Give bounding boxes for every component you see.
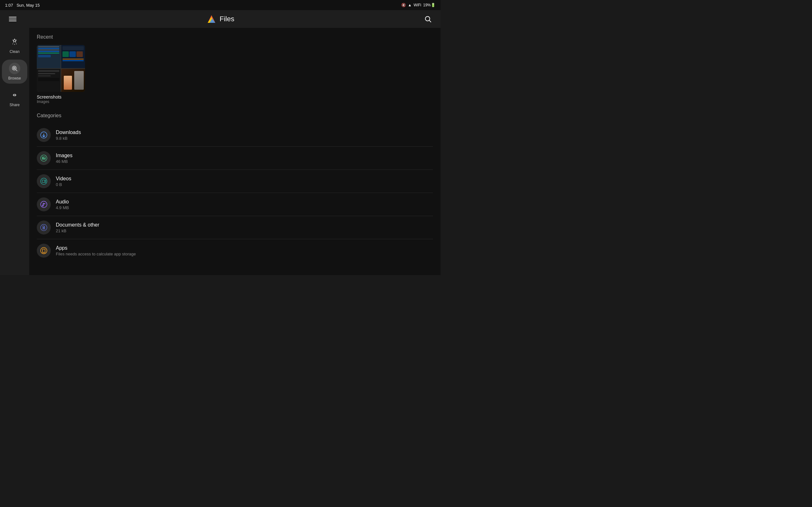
svg-rect-0 [9, 17, 16, 17]
svg-point-15 [41, 178, 47, 184]
sidebar: Clean Browse Share [0, 28, 29, 275]
svg-rect-9 [13, 67, 15, 69]
videos-size: 0 B [56, 182, 433, 187]
status-time-date: 1:07 Sun, May 15 [5, 3, 40, 8]
documents-name: Documents & other [56, 222, 433, 228]
thumb-4 [61, 69, 85, 92]
screenshots-thumbnail [37, 45, 85, 92]
wifi-signal-icon: WiFi [414, 3, 421, 7]
sidebar-item-clean[interactable]: Clean [2, 33, 27, 57]
thumb-1 [37, 45, 61, 68]
videos-info: Videos 0 B [56, 176, 433, 187]
clean-label: Clean [9, 49, 19, 54]
status-time: 1:07 [5, 3, 13, 8]
downloads-info: Downloads 9.8 kB [56, 130, 433, 141]
battery-value: 19% [423, 3, 431, 7]
videos-icon [37, 174, 51, 188]
apps-size: Files needs access to calculate app stor… [56, 251, 433, 257]
recent-screenshots[interactable]: Screenshots Images [37, 45, 85, 104]
screenshots-name: Screenshots [37, 95, 85, 100]
app-bar-center: Files [206, 14, 234, 24]
battery-icon: 19% 🔋 [423, 3, 436, 7]
battery-symbol: 🔋 [431, 3, 436, 7]
main-layout: Clean Browse Share [0, 28, 441, 275]
svg-rect-16 [42, 180, 45, 182]
category-audio[interactable]: Audio 4.9 MB [37, 193, 433, 216]
downloads-icon [37, 128, 51, 142]
status-icons: 🔇 ▲ WiFi 19% 🔋 [401, 3, 436, 7]
recent-section-title: Recent [37, 34, 433, 40]
downloads-name: Downloads [56, 130, 433, 135]
apps-info: Apps Files needs access to calculate app… [56, 245, 433, 257]
svg-rect-1 [9, 19, 16, 19]
clean-icon [9, 36, 20, 48]
hamburger-button[interactable] [6, 13, 19, 25]
category-videos[interactable]: Videos 0 B [37, 170, 433, 193]
content-area: Recent [29, 28, 441, 275]
category-downloads[interactable]: Downloads 9.8 kB [37, 124, 433, 147]
apps-icon [37, 244, 51, 258]
screenshots-type: Images [37, 100, 85, 104]
svg-line-7 [429, 20, 432, 22]
images-name: Images [56, 153, 433, 158]
svg-point-6 [425, 16, 430, 21]
recent-grid: Screenshots Images [37, 45, 433, 104]
category-apps[interactable]: Apps Files needs access to calculate app… [37, 239, 433, 262]
documents-icon [37, 221, 51, 234]
documents-size: 21 kB [56, 228, 433, 233]
status-date: Sun, May 15 [16, 3, 40, 8]
svg-line-10 [16, 70, 17, 71]
apps-name: Apps [56, 245, 433, 251]
audio-size: 4.9 MB [56, 205, 433, 210]
sidebar-item-browse[interactable]: Browse [2, 60, 27, 83]
documents-info: Documents & other 21 kB [56, 222, 433, 233]
svg-rect-2 [9, 20, 16, 21]
svg-point-12 [41, 155, 47, 161]
status-bar: 1:07 Sun, May 15 🔇 ▲ WiFi 19% 🔋 [0, 0, 441, 10]
browse-label: Browse [8, 76, 21, 80]
share-icon [9, 89, 20, 101]
share-label: Share [9, 103, 20, 107]
downloads-size: 9.8 kB [56, 136, 433, 141]
audio-info: Audio 4.9 MB [56, 199, 433, 210]
app-bar: Files [0, 10, 441, 28]
categories-section: Categories Downloads 9.8 kB [37, 113, 433, 262]
audio-icon [37, 198, 51, 211]
app-logo-icon [206, 14, 216, 24]
images-icon [37, 151, 51, 165]
sidebar-item-share[interactable]: Share [2, 86, 27, 110]
audio-name: Audio [56, 199, 433, 205]
app-title: Files [219, 15, 234, 23]
category-images[interactable]: Images 46 MB [37, 147, 433, 170]
mute-icon: 🔇 [401, 3, 406, 7]
images-size: 46 MB [56, 159, 433, 164]
search-button[interactable] [421, 13, 434, 25]
videos-name: Videos [56, 176, 433, 181]
thumb-3 [37, 69, 61, 92]
images-info: Images 46 MB [56, 153, 433, 164]
thumb-2 [61, 45, 85, 68]
categories-section-title: Categories [37, 113, 433, 118]
wifi-icon: ▲ [408, 3, 412, 7]
recent-section: Recent [37, 34, 433, 104]
svg-point-18 [42, 205, 44, 206]
browse-icon [9, 63, 20, 74]
category-documents[interactable]: Documents & other 21 kB [37, 216, 433, 239]
